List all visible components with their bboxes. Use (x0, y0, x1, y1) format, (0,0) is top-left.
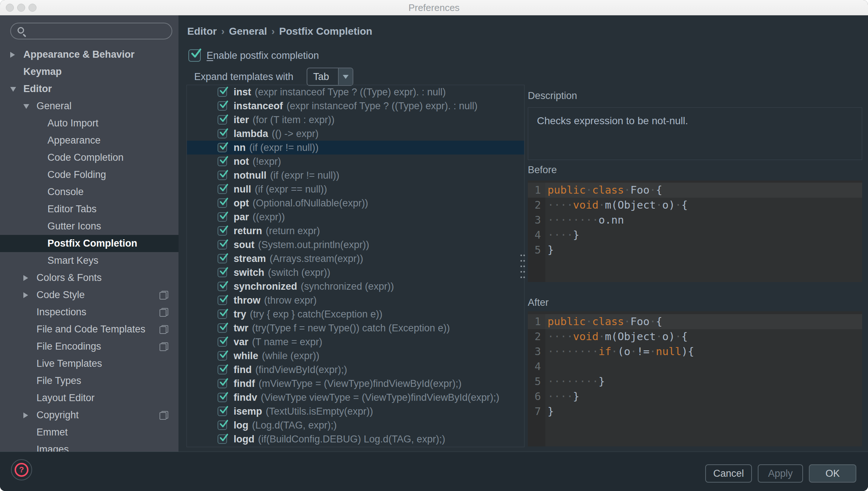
copy-settings-icon (160, 411, 168, 420)
template-row-switch[interactable]: switch(switch (expr)) (187, 266, 524, 279)
template-row-notnull[interactable]: notnull(if (expr != null)) (187, 168, 524, 182)
ok-button[interactable]: OK (809, 464, 856, 483)
template-row-return[interactable]: return(return expr) (187, 224, 524, 238)
template-row-findf[interactable]: findf(mViewType = (ViewType)findViewById… (187, 377, 524, 391)
sidebar-item-copyright[interactable]: Copyright (0, 407, 178, 424)
template-checkbox[interactable] (218, 434, 227, 444)
expand-with-select[interactable]: Tab (307, 68, 353, 86)
template-checkbox[interactable] (218, 323, 227, 333)
template-checkbox[interactable] (218, 296, 227, 305)
template-row-instanceof[interactable]: instanceof(expr instanceof Type ? ((Type… (187, 99, 524, 113)
template-checkbox[interactable] (218, 309, 227, 319)
collapse-arrow-icon[interactable] (23, 104, 29, 109)
template-checkbox[interactable] (218, 337, 227, 347)
template-row-log[interactable]: log(Log.d(TAG, expr);) (187, 418, 524, 432)
template-row-null[interactable]: null(if (expr == null)) (187, 182, 524, 196)
template-row-not[interactable]: not(!expr) (187, 155, 524, 168)
sidebar-item-appearance-behavior[interactable]: Appearance & Behavior (0, 46, 178, 63)
sidebar-item-file-types[interactable]: File Types (0, 372, 178, 389)
template-checkbox[interactable] (218, 268, 227, 277)
sidebar-item-general[interactable]: General (0, 98, 178, 115)
template-name: notnull (234, 170, 266, 181)
template-checkbox[interactable] (218, 212, 227, 222)
template-checkbox[interactable] (218, 282, 227, 291)
cancel-button[interactable]: Cancel (705, 464, 752, 483)
template-checkbox[interactable] (218, 351, 227, 361)
template-checkbox[interactable] (218, 393, 227, 402)
template-checkbox[interactable] (218, 157, 227, 166)
sidebar-item-code-folding[interactable]: Code Folding (0, 166, 178, 183)
settings-search-input[interactable] (10, 23, 172, 39)
template-checkbox[interactable] (218, 420, 227, 430)
template-row-nn[interactable]: nn(if (expr != null)) (187, 141, 524, 155)
sidebar-item-smart-keys[interactable]: Smart Keys (0, 252, 178, 269)
template-checkbox[interactable] (218, 240, 227, 250)
expand-arrow-icon[interactable] (23, 275, 28, 281)
line-number: 5 (528, 243, 545, 258)
template-row-var[interactable]: var(T name = expr) (187, 335, 524, 349)
template-checkbox[interactable] (218, 407, 227, 416)
sidebar-item-live-templates[interactable]: Live Templates (0, 355, 178, 372)
sidebar-item-code-style[interactable]: Code Style (0, 286, 178, 304)
expand-arrow-icon[interactable] (10, 52, 15, 58)
template-row-synchronized[interactable]: synchronized(synchronized (expr)) (187, 279, 524, 293)
sidebar-item-images[interactable]: Images (0, 441, 178, 452)
sidebar-item-label: Postfix Completion (0, 235, 178, 252)
template-checkbox[interactable] (218, 184, 227, 194)
template-row-findv[interactable]: findv(ViewType viewType = (ViewType)find… (187, 391, 524, 404)
template-checkbox[interactable] (218, 379, 227, 388)
template-checkbox[interactable] (218, 171, 227, 180)
template-row-try[interactable]: try(try { exp } catch(Exception e)) (187, 307, 524, 321)
apply-button[interactable]: Apply (758, 464, 803, 483)
expand-arrow-icon[interactable] (23, 412, 28, 418)
template-row-sout[interactable]: sout(System.out.println(expr)) (187, 238, 524, 252)
breadcrumb-segment-general[interactable]: General (229, 26, 267, 37)
sidebar-item-appearance[interactable]: Appearance (0, 132, 178, 149)
template-row-stream[interactable]: stream(Arrays.stream(expr)) (187, 252, 524, 266)
sidebar-item-label: File and Code Templates (0, 321, 178, 338)
template-row-inst[interactable]: inst(expr instanceof Type ? ((Type) expr… (187, 85, 524, 99)
sidebar-item-postfix-completion[interactable]: Postfix Completion (0, 235, 178, 252)
template-row-par[interactable]: par((expr)) (187, 210, 524, 224)
sidebar-item-gutter-icons[interactable]: Gutter Icons (0, 218, 178, 235)
sidebar-item-editor-tabs[interactable]: Editor Tabs (0, 201, 178, 218)
template-description: (if(BuildConfig.DEBUG) Log.d(TAG, expr);… (258, 434, 445, 445)
sidebar-item-inspections[interactable]: Inspections (0, 304, 178, 321)
sidebar-item-colors-fonts[interactable]: Colors & Fonts (0, 269, 178, 286)
template-row-opt[interactable]: opt(Optional.ofNullable(expr)) (187, 196, 524, 210)
sidebar-item-editor[interactable]: Editor (0, 80, 178, 98)
template-name: inst (234, 87, 251, 98)
template-checkbox[interactable] (218, 143, 227, 152)
template-row-throw[interactable]: throw(throw expr) (187, 293, 524, 307)
panel-splitter-handle[interactable] (520, 253, 526, 281)
template-checkbox[interactable] (218, 226, 227, 236)
sidebar-item-keymap[interactable]: Keymap (0, 63, 178, 80)
enable-postfix-checkbox[interactable] (188, 49, 201, 62)
breadcrumb-segment-editor[interactable]: Editor (187, 26, 217, 37)
template-row-iter[interactable]: iter(for (T item : expr)) (187, 113, 524, 127)
template-row-lambda[interactable]: lambda(() -> expr) (187, 127, 524, 141)
template-checkbox[interactable] (218, 365, 227, 374)
sidebar-item-layout-editor[interactable]: Layout Editor (0, 389, 178, 407)
template-checkbox[interactable] (218, 87, 227, 97)
sidebar-item-emmet[interactable]: Emmet (0, 424, 178, 441)
sidebar-item-auto-import[interactable]: Auto Import (0, 115, 178, 132)
template-checkbox[interactable] (218, 101, 227, 111)
template-checkbox[interactable] (218, 129, 227, 138)
template-row-twr[interactable]: twr(try(Type f = new Type()) catch (Exce… (187, 321, 524, 335)
help-button[interactable]: ? (11, 459, 32, 480)
template-checkbox[interactable] (218, 198, 227, 208)
sidebar-item-file-encodings[interactable]: File Encodings (0, 338, 178, 355)
sidebar-item-label: File Types (0, 372, 178, 389)
template-row-logd[interactable]: logd(if(BuildConfig.DEBUG) Log.d(TAG, ex… (187, 432, 524, 446)
template-row-find[interactable]: find(findViewById(expr);) (187, 363, 524, 377)
expand-arrow-icon[interactable] (23, 292, 28, 298)
sidebar-item-console[interactable]: Console (0, 183, 178, 201)
template-row-while[interactable]: while(while (expr)) (187, 349, 524, 363)
template-checkbox[interactable] (218, 254, 227, 263)
template-row-isemp[interactable]: isemp(TextUtils.isEmpty(expr)) (187, 404, 524, 418)
sidebar-item-file-and-code-templates[interactable]: File and Code Templates (0, 321, 178, 338)
sidebar-item-code-completion[interactable]: Code Completion (0, 149, 178, 166)
template-checkbox[interactable] (218, 115, 227, 125)
collapse-arrow-icon[interactable] (10, 87, 16, 92)
